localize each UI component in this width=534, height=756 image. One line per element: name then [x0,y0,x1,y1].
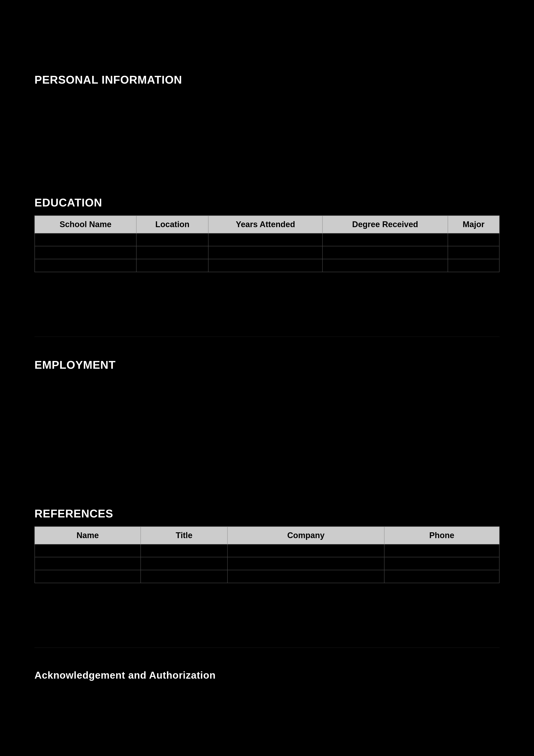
education-row-2 [35,246,499,259]
education-col-location: Location [136,216,208,233]
references-table: Name Title Company Phone [35,526,499,583]
education-table: School Name Location Years Attended Degr… [35,216,499,272]
education-row-3-location[interactable] [136,259,208,272]
references-col-title: Title [141,527,228,544]
references-row-2-company[interactable] [227,557,384,570]
education-table-container: School Name Location Years Attended Degr… [35,216,499,272]
education-col-degree-received: Degree Received [322,216,447,233]
acknowledgement-title: Acknowledgement and Authorization [35,669,499,681]
education-row-1 [35,233,499,246]
references-col-phone: Phone [384,527,499,544]
education-row-2-years[interactable] [208,246,322,259]
education-row-2-degree[interactable] [322,246,447,259]
references-table-header-row: Name Title Company Phone [35,527,499,544]
references-row-1-phone[interactable] [384,544,499,557]
references-col-name: Name [35,527,141,544]
education-table-header-row: School Name Location Years Attended Degr… [35,216,499,233]
education-col-years-attended: Years Attended [208,216,322,233]
education-row-3-degree[interactable] [322,259,447,272]
education-row-3-major[interactable] [448,259,499,272]
education-col-major: Major [448,216,499,233]
education-row-3-years[interactable] [208,259,322,272]
references-row-1 [35,544,499,557]
education-row-1-years[interactable] [208,233,322,246]
references-row-3-company[interactable] [227,570,384,583]
education-row-1-location[interactable] [136,233,208,246]
acknowledgement-content [35,688,499,756]
personal-information-title: PERSONAL INFORMATION [35,73,499,86]
references-table-container: Name Title Company Phone [35,526,499,583]
page: PERSONAL INFORMATION EDUCATION School Na… [0,0,534,756]
education-row-1-degree[interactable] [322,233,447,246]
references-col-company: Company [227,527,384,544]
education-row-2-location[interactable] [136,246,208,259]
references-row-2-phone[interactable] [384,557,499,570]
education-row-3-school[interactable] [35,259,136,272]
references-section: REFERENCES Name Title Company Phone [35,507,499,648]
references-row-2 [35,557,499,570]
references-row-3-name[interactable] [35,570,141,583]
education-row-1-major[interactable] [448,233,499,246]
references-row-3-title[interactable] [141,570,228,583]
references-row-1-company[interactable] [227,544,384,557]
references-row-1-title[interactable] [141,544,228,557]
top-area [35,43,499,65]
education-row-2-school[interactable] [35,246,136,259]
references-blank-area [35,587,499,648]
education-col-school-name: School Name [35,216,136,233]
references-row-2-title[interactable] [141,557,228,570]
employment-content [35,378,499,486]
education-section: EDUCATION School Name Location Years Att… [35,196,499,337]
references-row-3 [35,570,499,583]
personal-information-content [35,93,499,179]
education-row-3 [35,259,499,272]
employment-section: EMPLOYMENT [35,358,499,486]
education-blank-area [35,277,499,337]
education-row-2-major[interactable] [448,246,499,259]
education-title: EDUCATION [35,196,499,209]
references-row-3-phone[interactable] [384,570,499,583]
references-title: REFERENCES [35,507,499,520]
references-row-1-name[interactable] [35,544,141,557]
employment-title: EMPLOYMENT [35,358,499,371]
references-row-2-name[interactable] [35,557,141,570]
personal-information-section: PERSONAL INFORMATION [35,73,499,179]
education-row-1-school[interactable] [35,233,136,246]
acknowledgement-section: Acknowledgement and Authorization [35,669,499,756]
